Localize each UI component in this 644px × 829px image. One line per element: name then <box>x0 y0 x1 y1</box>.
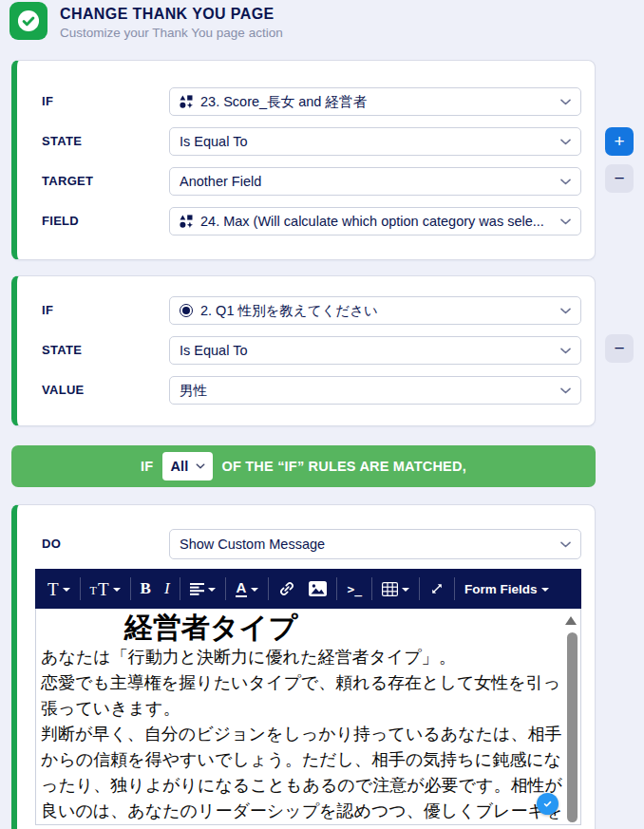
table-icon <box>382 582 398 596</box>
state-label: STATE <box>42 336 82 365</box>
italic-button[interactable]: I <box>158 575 177 603</box>
if-field-dropdown[interactable]: 23. Score_長女 and 経営者 <box>169 87 581 116</box>
radio-icon <box>180 304 193 317</box>
if-label: IF <box>42 296 53 325</box>
rules-match-banner: IF All OF THE “IF” RULES ARE MATCHED, <box>11 445 596 487</box>
font-family-button[interactable]: T <box>41 575 77 603</box>
chevron-down-icon <box>560 387 571 394</box>
field-dropdown[interactable]: 24. Max (Will calculate which option cat… <box>169 207 581 236</box>
chevron-down-icon <box>560 348 571 354</box>
chevron-down-icon <box>560 218 571 225</box>
rule-card-1: IF 23. Score_長女 and 経営者 STATE Is Equal T… <box>11 60 596 260</box>
chat-check-button[interactable] <box>537 793 559 815</box>
do-label: DO <box>42 529 61 559</box>
widget-icon <box>180 95 193 108</box>
do-action-value: Show Custom Message <box>180 537 553 552</box>
target-label: TARGET <box>42 167 93 196</box>
toolbar-divider <box>268 577 269 600</box>
message-heading: 経営者タイプ <box>124 611 563 645</box>
target-dropdown[interactable]: Another Field <box>169 167 581 196</box>
chevron-down-icon <box>560 308 571 314</box>
if-field-dropdown[interactable]: 2. Q1 性別を教えてください <box>169 296 581 325</box>
font-family-icon: T <box>47 580 59 598</box>
toolbar-divider <box>371 577 372 600</box>
value-label: VALUE <box>42 376 85 405</box>
add-rule-button[interactable]: + <box>605 127 634 156</box>
success-check-icon <box>9 2 47 40</box>
expand-icon <box>429 581 445 596</box>
scroll-up-arrow[interactable] <box>565 616 577 625</box>
do-action-dropdown[interactable]: Show Custom Message <box>169 529 581 559</box>
page-subtitle: Customize your Thank You page action <box>60 26 283 40</box>
image-icon <box>309 581 327 596</box>
italic-icon: I <box>164 579 170 598</box>
form-fields-label: Form Fields <box>464 582 538 596</box>
if-field-value: 23. Score_長女 and 経営者 <box>200 93 553 111</box>
target-value: Another Field <box>180 174 553 189</box>
caret-down-icon <box>208 588 216 592</box>
banner-rest-text: OF THE “IF” RULES ARE MATCHED, <box>222 459 466 474</box>
terminal-icon: >_ <box>347 582 362 596</box>
caret-down-icon <box>541 588 549 592</box>
state-dropdown[interactable]: Is Equal To <box>169 127 581 156</box>
state-value: Is Equal To <box>180 343 553 358</box>
code-button[interactable]: >_ <box>340 575 369 603</box>
message-paragraph: 判断が早く、自分のビジョンをしっかり持っているあなたは、相手からの信頼を得やすい… <box>41 722 563 825</box>
field-value: 24. Max (Will calculate which option cat… <box>200 214 553 229</box>
chevron-down-icon <box>196 463 205 469</box>
table-button[interactable] <box>375 575 416 603</box>
toolbar-divider <box>336 577 337 600</box>
do-card: DO Show Custom Message T TT B I <box>11 504 596 829</box>
widget-icon <box>180 215 193 228</box>
bold-button[interactable]: B <box>134 575 158 603</box>
toolbar-divider <box>419 577 420 600</box>
message-paragraph: あなたは「行動力と決断力に優れた経営者タイプ」。 <box>41 645 563 670</box>
chevron-down-icon <box>560 99 571 105</box>
text-color-button[interactable]: A <box>229 575 266 603</box>
caret-down-icon <box>251 588 258 592</box>
expand-button[interactable] <box>423 575 451 603</box>
remove-rule-2-button[interactable]: − <box>605 334 634 363</box>
insert-image-button[interactable] <box>302 575 333 603</box>
page-title: CHANGE THANK YOU PAGE <box>60 6 275 23</box>
form-fields-button[interactable]: Form Fields <box>458 575 556 603</box>
match-mode-select[interactable]: All <box>162 452 212 480</box>
if-field-value: 2. Q1 性別を教えてください <box>200 302 553 320</box>
align-left-icon <box>190 583 204 595</box>
toolbar-divider <box>130 577 131 600</box>
chevron-down-icon <box>560 139 571 145</box>
remove-rule-1-button[interactable]: − <box>605 164 634 193</box>
message-paragraph: 恋愛でも主導権を握りたいタイプで、頼れる存在として女性を引っ張っていきます。 <box>41 670 563 722</box>
if-label: IF <box>42 87 53 116</box>
font-size-button[interactable]: TT <box>84 575 127 603</box>
rule-card-2: IF 2. Q1 性別を教えてください STATE Is Equal To VA… <box>11 275 596 426</box>
custom-message-editor[interactable]: 経営者タイプ あなたは「行動力と決断力に優れた経営者タイプ」。 恋愛でも主導権を… <box>35 609 581 825</box>
scrollbar-thumb[interactable] <box>567 632 578 822</box>
caret-down-icon <box>63 588 70 592</box>
toolbar-divider <box>80 577 81 600</box>
field-label: FIELD <box>42 207 79 236</box>
match-mode-value: All <box>170 459 188 474</box>
value-value: 男性 <box>180 382 553 400</box>
state-label: STATE <box>42 127 82 156</box>
banner-if-text: IF <box>141 459 153 474</box>
value-dropdown[interactable]: 男性 <box>169 376 581 405</box>
state-value: Is Equal To <box>180 134 553 149</box>
link-button[interactable] <box>272 575 302 603</box>
font-size-small-icon: T <box>90 585 97 596</box>
toolbar-divider <box>225 577 226 600</box>
caret-down-icon <box>113 588 121 592</box>
richtext-toolbar: T TT B I <box>35 569 581 609</box>
font-size-big-icon: T <box>98 580 109 598</box>
state-dropdown[interactable]: Is Equal To <box>169 336 581 365</box>
align-button[interactable] <box>183 575 222 603</box>
chevron-down-icon <box>560 541 571 548</box>
toolbar-divider <box>454 577 455 600</box>
text-color-icon: A <box>236 580 248 598</box>
link-icon <box>278 580 295 597</box>
bold-icon: B <box>141 579 151 598</box>
caret-down-icon <box>402 588 409 592</box>
chevron-down-icon <box>560 179 571 185</box>
toolbar-divider <box>180 577 180 600</box>
check-icon <box>541 798 554 810</box>
